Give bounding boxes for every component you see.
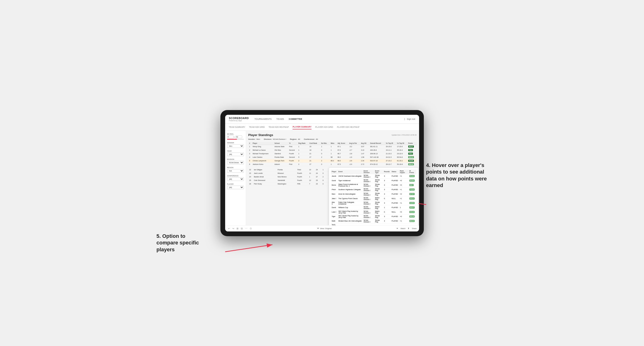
subnav-team-summary[interactable]: TEAM SUMMARY	[229, 125, 245, 129]
undo-button[interactable]: ↩	[228, 227, 230, 230]
table-row: 6 Jackson Koivu Auburn First 2 27 0 1 67…	[248, 163, 417, 166]
annotation-left: 5. Option to compare specific players	[156, 233, 208, 253]
sidebar-year-label: Year	[227, 150, 244, 152]
col-player: Player	[252, 142, 274, 145]
sidebar-division-section: Division NCAA Division I	[227, 159, 244, 164]
col-reg-rank: Reg Rank	[297, 142, 308, 145]
player-header: Player Standings Update time: 27/01/2024…	[248, 133, 417, 137]
subnav-h2h-grid[interactable]: TEAM H2H GRID	[249, 125, 265, 129]
col-vs-top25: Vs Top 25	[385, 142, 396, 145]
sidebar: No Rds. – Gender Men	[225, 131, 246, 225]
filter-row: Gender: Men Division: NCAA Division I Re…	[248, 138, 417, 140]
popup-row: Gordi Tiger Invitational NCAA Division I…	[331, 178, 416, 183]
share-icon: ⬆	[408, 227, 410, 230]
col-vs-top50: Vs Top 50	[396, 142, 407, 145]
points-badge[interactable]: 76.3	[408, 149, 413, 151]
col-yr: Yr	[288, 142, 297, 145]
sidebar-gender-select[interactable]: Men	[227, 144, 244, 148]
toolbar-right: 👁 Watch ⬆ Share	[396, 227, 417, 230]
table-row highlighted-row: 5 Christo Lamprecht Georgia Tech Fourth …	[248, 159, 417, 163]
popup-row: Jacob UNCW Seahawk Intercollegiate NCAA …	[331, 174, 416, 178]
points-badge[interactable]: 70.2	[408, 153, 413, 155]
table-header-row: # Player School Yr Reg Rank Conf Rank No…	[248, 142, 417, 145]
tablet-screen: SCOREBOARD Powered by clippi TOURNAMENTS…	[225, 115, 419, 231]
nav-right: | Sign out	[404, 117, 415, 121]
popup-row: Terfu	[331, 223, 416, 225]
sidebar-gender-label: Gender	[227, 142, 244, 144]
subnav-h2h-heatmap[interactable]: TEAM H2H HEATMAP	[268, 125, 289, 129]
sidebar-conference-select[interactable]: (All)	[227, 177, 244, 181]
clock-button[interactable]: ⏲	[249, 227, 252, 230]
player-standings-title: Player Standings	[248, 133, 273, 137]
popup-row: Alex C Fallen Oak Collegiate Invitationa…	[331, 201, 416, 205]
col-avg-par: Avg to Par	[348, 142, 360, 145]
popup-row: Marc Amer An Intercollegiate NCAA Divisi…	[331, 192, 416, 196]
nav-tournaments[interactable]: TOURNAMENTS	[254, 117, 272, 121]
subnav-player-summary[interactable]: PLAYER SUMMARY	[292, 125, 312, 129]
share-label[interactable]: Share	[412, 227, 416, 230]
sidebar-conference-section: Conference (All)	[227, 175, 244, 181]
table-row: 3 Michael Thorbjornsen Stanford Fourth 1…	[248, 152, 417, 156]
table-row: 4 Luke Clanton Florida State Second 5 27…	[248, 156, 417, 159]
table-row: 1 Wenyi Ding Arizona State First 1 15 1 …	[248, 145, 417, 148]
sidebar-no-rds-label: No Rds.	[227, 133, 244, 135]
sidebar-division-select[interactable]: NCAA Division I	[227, 161, 244, 164]
sidebar-region-label: Region	[227, 167, 244, 169]
view-label[interactable]: View: Original	[320, 227, 332, 230]
popup-row: Phich Southern Highlands Collegiate NCAA…	[331, 187, 416, 192]
logo: SCOREBOARD Powered by clippi	[229, 117, 249, 121]
more-button[interactable]: ⋯	[244, 227, 248, 230]
points-badge[interactable]: 68.18	[408, 163, 414, 165]
sidebar-region-select[interactable]: N/A	[227, 169, 244, 173]
copy-button[interactable]: ⊞	[236, 227, 239, 230]
sidebar-player-select[interactable]: (All)	[227, 186, 244, 189]
popup-row: Brens Wake Forest Invitational at Pinehu…	[331, 183, 416, 187]
popup-row: Matti Mirabel Maui Jim Intercollegiate N…	[331, 219, 416, 223]
annotation-right: 4. Hover over a player's points to see a…	[426, 162, 488, 189]
toolbar-left: ↩ ↪ ⊞ ⊟ ⋯ ⏲	[228, 227, 252, 230]
logo-sub: Powered by clippi	[229, 120, 249, 121]
col-points: Points	[407, 142, 417, 145]
col-record: Overall Record	[369, 142, 385, 145]
bottom-toolbar: ↩ ↪ ⊞ ⊟ ⋯ ⏲ 👁 View: Original 👁 Watch ⬆ S…	[225, 225, 419, 231]
watch-label[interactable]: Watch	[401, 227, 406, 230]
main-content: No Rds. – Gender Men	[225, 131, 419, 225]
col-adj-score: Adj. Score	[336, 142, 348, 145]
sign-out-button[interactable]: Sign out	[407, 117, 415, 121]
update-time: Update time: 27/01/2024 16:56:26	[392, 134, 417, 136]
sidebar-rds-min[interactable]	[227, 136, 234, 138]
paste-button[interactable]: ⊟	[240, 227, 243, 230]
col-num: #	[248, 142, 252, 145]
points-badge-highlighted[interactable]: 80.89	[408, 160, 414, 162]
popup-table: Player Event Event Division Event Type R…	[331, 170, 416, 225]
popup-row: David Williams Cup NCAA Division I Match…	[331, 205, 416, 210]
popup-row: Jake I The Cypress Point Classic NCAA Di…	[331, 196, 416, 201]
logo-title: SCOREBOARD	[229, 117, 249, 120]
filter-conference: Conference: All	[304, 138, 318, 140]
subnav-player-h2h-heatmap[interactable]: PLAYER H2H HEATMAP	[337, 125, 360, 129]
sidebar-no-rds: No Rds. –	[227, 133, 244, 140]
sidebar-rds-slider	[227, 139, 244, 140]
sidebar-year-select[interactable]: (All)	[227, 153, 244, 156]
sidebar-region-section: Region N/A	[227, 167, 244, 173]
sidebar-conference-label: Conference	[227, 175, 244, 177]
sidebar-division-label: Division	[227, 159, 244, 160]
col-avg-sg: Avg SG	[360, 142, 369, 145]
nav-pipe: |	[404, 118, 405, 120]
nav-teams[interactable]: TEAMS	[276, 117, 284, 121]
sidebar-rds-range: –	[227, 136, 244, 138]
subnav-player-h2h-grid[interactable]: PLAYER H2H GRID	[315, 125, 333, 129]
sub-nav: TEAM SUMMARY TEAM H2H GRID TEAM H2H HEAT…	[225, 124, 419, 131]
sidebar-rds-max[interactable]	[236, 136, 242, 138]
redo-button[interactable]: ↪	[232, 227, 234, 230]
view-icon: 👁	[317, 227, 319, 230]
sidebar-player-section: Player (All)	[227, 183, 244, 189]
points-badge[interactable]: 80.27	[408, 146, 414, 148]
toolbar-center: 👁 View: Original	[317, 227, 332, 230]
filter-division: Division: NCAA Division I	[264, 138, 286, 140]
player-area: Player Standings Update time: 27/01/2024…	[246, 131, 419, 225]
points-badge[interactable]: 66.34	[408, 156, 414, 158]
hover-popup: Player Event Event Division Event Type R…	[329, 168, 418, 225]
sidebar-gender-section: Gender Men	[227, 142, 244, 148]
nav-committee[interactable]: COMMITTEE	[289, 117, 302, 121]
